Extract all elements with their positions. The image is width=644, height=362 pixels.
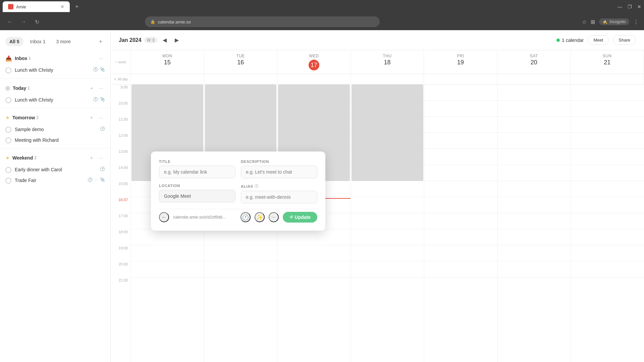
- hour-13-sun: [571, 149, 644, 165]
- prev-week-button[interactable]: ◀: [160, 36, 169, 45]
- day-col-sat[interactable]: [498, 84, 571, 362]
- task-meta: 🕐 ··· 📎: [88, 177, 105, 182]
- day-col-sun[interactable]: [571, 84, 644, 362]
- tab-close-button[interactable]: ✕: [60, 4, 64, 9]
- all-day-cell-tue[interactable]: [204, 74, 278, 84]
- popup-update-button[interactable]: ↺ Update: [283, 212, 317, 223]
- task-sample-demo[interactable]: Sample demo 🕐: [0, 124, 110, 135]
- incognito-badge: 🕵 Incognito: [599, 18, 629, 25]
- popup-back-button[interactable]: ←: [159, 212, 169, 222]
- task-checkbox[interactable]: [5, 97, 11, 103]
- all-day-cell-wed[interactable]: [277, 74, 351, 84]
- col-tue[interactable]: Tue 16: [204, 50, 278, 74]
- back-button[interactable]: ←: [5, 17, 15, 26]
- popup-clock-button[interactable]: 🕐: [240, 212, 251, 222]
- tomorrow-add-button[interactable]: +: [88, 114, 96, 122]
- col-sat[interactable]: Sat 20: [497, 50, 571, 74]
- tomorrow-more-button[interactable]: ···: [97, 114, 105, 122]
- description-input[interactable]: [241, 166, 317, 178]
- day-col-fri[interactable]: [424, 84, 498, 362]
- task-checkbox[interactable]: [5, 137, 11, 143]
- today-add-button[interactable]: +: [88, 84, 96, 92]
- popup-magic-button[interactable]: ✨: [255, 212, 265, 222]
- tomorrow-section-header[interactable]: ✦ Tomorrow 2 + ···: [0, 111, 110, 124]
- sidebar-tab-all[interactable]: All 5: [5, 37, 23, 46]
- hour-15-fri: [424, 181, 497, 197]
- incognito-icon: 🕵: [602, 19, 607, 24]
- profile-icon[interactable]: ⊞: [591, 19, 595, 25]
- all-day-cell-mon[interactable]: [131, 74, 204, 84]
- task-lunch-christy-today[interactable]: Lunch with Christy 🕐 📎: [0, 95, 110, 106]
- form-group-location: LOCATION: [159, 184, 235, 203]
- task-checkbox[interactable]: [5, 67, 11, 73]
- all-day-row: ✕ All day: [111, 74, 644, 84]
- close-window-button[interactable]: ✕: [637, 4, 641, 9]
- browser-tab[interactable]: Amie ✕: [3, 1, 70, 12]
- today-more-button[interactable]: ···: [97, 84, 105, 92]
- next-week-button[interactable]: ▶: [172, 36, 181, 45]
- all-day-cell-sun[interactable]: [571, 74, 644, 84]
- meet-button[interactable]: Meet: [588, 35, 609, 45]
- time-column: 9:00 10:00 11:00 12:00 13:00 14:00 15:00…: [111, 84, 131, 362]
- bookmark-icon[interactable]: ☆: [582, 19, 587, 25]
- col-wed[interactable]: Wed 17: [277, 50, 351, 74]
- reload-button[interactable]: ↻: [32, 17, 42, 26]
- address-bar[interactable]: 🔒 calendar.amie.so: [145, 16, 380, 27]
- maximize-button[interactable]: ❐: [628, 4, 632, 9]
- menu-icon[interactable]: ⋮: [633, 19, 639, 25]
- task-checkbox[interactable]: [5, 178, 11, 184]
- tomorrow-section: ✦ Tomorrow 2 + ··· Sample demo 🕐: [0, 110, 110, 147]
- form-group-description: DESCRIPTION: [241, 160, 317, 178]
- task-checkbox[interactable]: [5, 127, 11, 133]
- weekend-section-header[interactable]: ✦ Weekend 2 + ···: [0, 151, 110, 165]
- forward-button[interactable]: →: [19, 17, 28, 26]
- hour-16-fri: [424, 197, 497, 213]
- col-sun[interactable]: Sun 21: [571, 50, 644, 74]
- calendar-dot: [556, 39, 560, 42]
- col-thu[interactable]: Thu 18: [351, 50, 424, 74]
- all-day-cell-thu[interactable]: [351, 74, 424, 84]
- hour-18-wed: [277, 229, 351, 245]
- hour-10-fri: [424, 101, 497, 117]
- alias-input[interactable]: [241, 191, 317, 203]
- browser-chrome: Amie ✕ + — ❐ ✕ ← → ↻ 🔒 calendar.amie.so …: [0, 0, 644, 30]
- popup-more-button[interactable]: ···: [269, 212, 279, 222]
- update-icon: ↺: [289, 215, 293, 220]
- title-input[interactable]: [159, 166, 235, 178]
- sidebar-tab-inbox[interactable]: Inbox 1: [26, 37, 50, 46]
- location-input[interactable]: [159, 190, 235, 202]
- task-meta: 🕐: [100, 126, 105, 131]
- weekend-add-button[interactable]: +: [88, 154, 96, 162]
- all-day-cell-fri[interactable]: [424, 74, 497, 84]
- all-day-cell-sat[interactable]: [497, 74, 571, 84]
- inbox-more-button[interactable]: ···: [97, 54, 105, 62]
- new-tab-button[interactable]: +: [72, 2, 82, 12]
- hour-14-fri: [424, 165, 497, 181]
- browser-titlebar: Amie ✕ + — ❐ ✕: [0, 0, 644, 13]
- hour-18-sat: [498, 229, 571, 245]
- days-spacer: + work: [111, 50, 131, 74]
- task-lunch-christy-inbox[interactable]: Lunch with Christy 🕐 📎: [0, 65, 110, 76]
- hour-18-sun: [571, 229, 644, 245]
- day-number-tue: 16: [204, 59, 277, 66]
- hour-20-sat: [498, 261, 571, 278]
- share-button[interactable]: Share: [613, 35, 636, 45]
- hour-20-fri: [424, 261, 497, 278]
- task-checkbox[interactable]: [5, 167, 11, 173]
- sidebar-tab-more[interactable]: 3 more: [52, 37, 75, 46]
- time-10: 10:00: [111, 101, 130, 117]
- task-trade-fair[interactable]: Trade Fair 🕐 ··· 📎: [0, 175, 110, 186]
- task-meeting-richard[interactable]: Meeting with Richard: [0, 135, 110, 146]
- hour-19-fri: [424, 245, 497, 261]
- minimize-button[interactable]: —: [618, 4, 622, 9]
- today-section-header[interactable]: ◎ Today 1 + ···: [0, 81, 110, 95]
- col-mon[interactable]: Mon 15: [131, 50, 204, 74]
- day-number-fri: 19: [424, 59, 497, 66]
- inbox-section-header[interactable]: 📥 Inbox 1 ···: [0, 52, 110, 65]
- col-fri[interactable]: Fri 19: [424, 50, 497, 74]
- day-col-thu[interactable]: [351, 84, 424, 362]
- task-early-dinner-carol[interactable]: Early dinner with Carol 🕐: [0, 165, 110, 175]
- event-block-thu[interactable]: [352, 84, 423, 181]
- sidebar-add-button[interactable]: +: [96, 37, 105, 46]
- weekend-more-button[interactable]: ···: [97, 154, 105, 162]
